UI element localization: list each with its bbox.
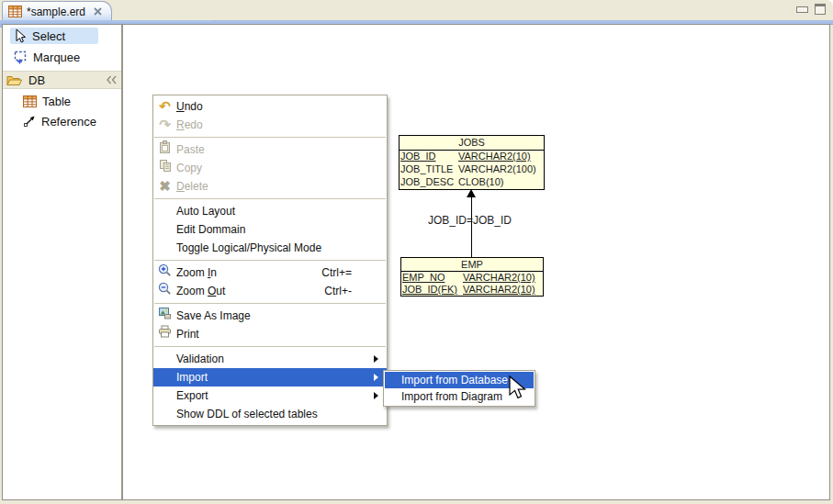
relation-line[interactable] [471, 196, 472, 257]
entity-column-row[interactable]: EMP_NO VARCHAR2(10) [401, 272, 543, 284]
entity-emp[interactable]: EMP EMP_NO VARCHAR2(10) JOB_ID(FK) VARCH… [400, 257, 544, 297]
menu-item-show-ddl[interactable]: Show DDL of selected tables [153, 405, 387, 423]
undo-icon: ↶ [153, 97, 176, 116]
collapse-palette-icon[interactable] [106, 75, 118, 84]
menu-item-zoom-in[interactable]: Zoom In Ctrl+= [153, 263, 387, 282]
menu-item-paste[interactable]: Paste [153, 140, 387, 159]
menu-item-label: Import [176, 371, 374, 384]
context-menu: ↶ Undo ↷ Redo Paste [152, 95, 388, 426]
tool-palette: Select Marquee DB [3, 25, 123, 499]
menu-separator [154, 137, 386, 138]
menu-item-redo[interactable]: ↷ Redo [153, 116, 387, 134]
select-cursor-icon [14, 28, 27, 43]
menu-item-zoom-out[interactable]: Zoom Out Ctrl+- [153, 282, 387, 300]
palette-tool-label: Select [32, 29, 65, 43]
column-type: VARCHAR2(10) [458, 151, 531, 163]
tab-close-icon[interactable] [93, 6, 103, 17]
zoom-in-icon [153, 263, 176, 283]
folder-open-icon [6, 74, 23, 86]
paste-icon [153, 140, 176, 160]
menu-item-label: Toggle Logical/Physical Mode [176, 241, 374, 254]
menu-item-label: Zoom Out [176, 285, 324, 297]
menu-item-import[interactable]: Import [153, 368, 387, 386]
maximize-icon[interactable] [815, 4, 826, 15]
menu-item-label: Copy [176, 162, 374, 174]
menu-item-label: Auto Layout [176, 205, 374, 218]
palette-group-db[interactable]: DB [3, 71, 121, 89]
menu-item-validation[interactable]: Validation [153, 350, 387, 368]
menu-item-label: Delete [176, 180, 374, 193]
submenu-arrow-icon [374, 355, 387, 363]
menu-item-save-as-image[interactable]: Save As Image [153, 307, 387, 325]
menu-item-toggle-mode[interactable]: Toggle Logical/Physical Mode [153, 239, 387, 257]
menu-item-print[interactable]: Print [153, 325, 387, 343]
menu-item-label: Edit Dommain [176, 223, 374, 236]
zoom-out-icon [153, 282, 176, 301]
menu-item-label: Validation [176, 353, 374, 365]
menu-separator [154, 198, 386, 199]
menu-item-label: Export [176, 389, 374, 402]
column-type: VARCHAR2(10) [463, 272, 535, 284]
menu-item-auto-layout[interactable]: Auto Layout [153, 202, 387, 220]
mouse-cursor [509, 375, 529, 401]
menu-separator [154, 260, 386, 261]
menu-item-export[interactable]: Export [153, 386, 387, 405]
palette-tool-reference[interactable]: Reference [19, 113, 115, 129]
menu-item-edit-dommain[interactable]: Edit Dommain [153, 220, 387, 239]
menu-item-shortcut: Ctrl+- [324, 285, 374, 297]
palette-tool-label: Marquee [33, 50, 80, 64]
entity-jobs[interactable]: JOBS JOB_ID VARCHAR2(10) JOB_TITLE VARCH… [399, 135, 545, 190]
menu-item-label: Print [176, 328, 374, 341]
tab-title: *sample.erd [27, 6, 85, 18]
column-name: EMP_NO [402, 272, 463, 284]
erd-editor-window: *sample.erd Select [0, 0, 833, 504]
column-name: JOB_TITLE [400, 163, 458, 176]
menu-item-shortcut: Ctrl+= [321, 266, 374, 279]
redo-icon: ↷ [153, 116, 176, 134]
palette-tool-label: Table [42, 95, 71, 108]
menu-item-label: Zoom In [176, 266, 321, 279]
palette-tool-table[interactable]: Table [19, 93, 91, 109]
menu-item-label: Paste [176, 143, 374, 156]
menu-item-undo[interactable]: ↶ Undo [153, 97, 387, 116]
column-name: JOB_ID(FK) [402, 284, 463, 296]
menu-item-copy[interactable]: Copy [153, 159, 387, 177]
entity-column-row[interactable]: JOB_ID VARCHAR2(10) [400, 151, 544, 163]
menu-separator [154, 346, 386, 347]
palette-tool-label: Reference [41, 115, 96, 129]
column-type: VARCHAR2(10) [463, 284, 535, 296]
erd-file-icon [8, 6, 22, 17]
palette-group-label: DB [28, 73, 45, 87]
marquee-icon [14, 50, 28, 64]
column-name: JOB_DESC [400, 176, 458, 189]
table-icon [23, 95, 37, 107]
copy-icon [153, 159, 176, 178]
entity-column-row[interactable]: JOB_DESC CLOB(10) [400, 176, 544, 189]
menu-item-delete[interactable]: ✖ Delete [153, 177, 387, 196]
menu-separator [154, 303, 386, 304]
column-type: VARCHAR2(100) [458, 163, 536, 176]
delete-icon: ✖ [153, 177, 176, 196]
editor-tab-sample-erd[interactable]: *sample.erd [2, 1, 112, 21]
palette-tool-marquee[interactable]: Marquee [10, 49, 102, 65]
view-controls [796, 4, 826, 15]
menu-item-label: Redo [176, 118, 374, 131]
menu-item-label: Show DDL of selected tables [176, 408, 374, 420]
minimize-icon[interactable] [796, 6, 808, 13]
entity-title: EMP [401, 258, 543, 272]
entity-column-row[interactable]: JOB_TITLE VARCHAR2(100) [400, 163, 544, 176]
column-type: CLOB(10) [458, 176, 504, 189]
editor-tab-bar: *sample.erd [0, 0, 833, 20]
palette-tool-select[interactable]: Select [10, 28, 98, 44]
entity-column-row[interactable]: JOB_ID(FK) VARCHAR2(10) [401, 284, 543, 296]
entity-title: JOBS [400, 136, 544, 151]
menu-item-label: Save As Image [176, 309, 374, 322]
save-image-icon [153, 307, 176, 325]
print-icon [153, 325, 176, 343]
reference-arrow-icon [23, 115, 36, 128]
relation-label: JOB_ID=JOB_ID [428, 214, 512, 227]
column-name: JOB_ID [400, 151, 458, 163]
menu-item-label: Undo [176, 100, 374, 113]
